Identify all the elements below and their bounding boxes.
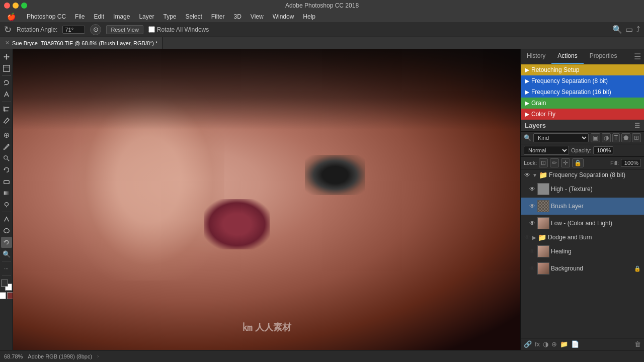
filter-type-icon[interactable]: T: [612, 133, 620, 142]
layer-group-freq-sep[interactable]: 👁 ▼ 📁 Frequency Separation (8 bit): [521, 169, 644, 180]
pen-tool[interactable]: [1, 89, 12, 100]
filter-shape-icon[interactable]: ⬟: [621, 133, 630, 142]
rotation-dial[interactable]: ⊙: [90, 24, 101, 35]
artboard-tool[interactable]: [1, 63, 12, 74]
layer-group-dodge-burn[interactable]: 👁 ▶ 📁 Dodge and Burn: [521, 232, 644, 243]
group-visibility-eye[interactable]: 👁: [524, 171, 531, 178]
menu-layer[interactable]: Layer: [135, 12, 158, 21]
group-dodge-eye[interactable]: 👁: [524, 234, 531, 241]
action-colorfly[interactable]: ▶ Color Fly: [521, 109, 644, 120]
action-retouching-setup[interactable]: ▶ Retouching Setup: [521, 64, 644, 75]
menu-file[interactable]: File: [71, 12, 89, 21]
rotation-angle-label: Rotation Angle:: [17, 26, 57, 33]
menu-window[interactable]: Window: [269, 12, 298, 21]
crop-tool[interactable]: [1, 104, 12, 115]
tab-history[interactable]: History: [521, 49, 551, 64]
eyedropper-tool[interactable]: [1, 115, 12, 126]
layers-options-icon[interactable]: ☰: [634, 122, 640, 129]
action-grain[interactable]: ▶ Grain: [521, 98, 644, 109]
new-layer-icon[interactable]: 📄: [571, 340, 579, 348]
path-selection-tool[interactable]: [1, 214, 12, 225]
menu-type[interactable]: Type: [159, 12, 180, 21]
close-button[interactable]: [4, 3, 10, 9]
folder-dodge-icon: 📁: [538, 233, 546, 241]
rotate-all-checkbox[interactable]: [148, 26, 155, 33]
color-swatches[interactable]: [1, 280, 12, 291]
link-layers-icon[interactable]: 🔗: [524, 340, 532, 348]
layer-low-color[interactable]: 👁 Low - (Color and Light): [521, 215, 644, 232]
panel-menu-icon[interactable]: ☰: [634, 52, 641, 61]
reset-view-button[interactable]: Reset View: [106, 25, 143, 34]
menu-image[interactable]: Image: [109, 12, 134, 21]
tab-actions[interactable]: Actions: [551, 49, 583, 64]
rotate-all-label[interactable]: Rotate All Windows: [148, 26, 209, 33]
lasso-tool[interactable]: [1, 77, 12, 88]
layer-brush-eye[interactable]: 👁: [529, 203, 536, 210]
status-arrow[interactable]: ›: [97, 353, 99, 359]
add-style-icon[interactable]: fx: [535, 340, 540, 348]
rotation-angle-input[interactable]: [62, 26, 85, 34]
menu-photoshop[interactable]: Photoshop CC: [23, 12, 70, 21]
action-freq-8bit[interactable]: ▶ Frequency Separation (8 bit): [521, 75, 644, 86]
layer-high-name: High - (Texture): [551, 186, 641, 193]
action-freq-16bit[interactable]: ▶ Frequency Separation (16 bit): [521, 86, 644, 98]
zoom-tool[interactable]: 🔍: [1, 248, 12, 259]
traffic-lights[interactable]: [4, 3, 27, 9]
menu-help[interactable]: Help: [299, 12, 319, 21]
lock-pixels-icon[interactable]: ⊡: [539, 158, 548, 167]
blend-mode-select[interactable]: Normal Dissolve Multiply Screen Overlay: [524, 146, 569, 155]
layer-healing[interactable]: 👁 Healing: [521, 243, 644, 260]
filter-adjust-icon[interactable]: ◑: [602, 133, 611, 142]
delete-layer-icon[interactable]: 🗑: [634, 340, 641, 348]
menu-3d[interactable]: 3D: [230, 12, 246, 21]
tab-close-button[interactable]: ✕: [5, 40, 10, 46]
group-dodge-chevron[interactable]: ▶: [532, 235, 536, 240]
layer-brush[interactable]: 👁 Brush Layer: [521, 198, 644, 215]
brush-tool[interactable]: [1, 141, 12, 152]
opacity-input[interactable]: [593, 146, 613, 154]
new-adjustment-icon[interactable]: ⊕: [551, 340, 557, 348]
layer-low-eye[interactable]: 👁: [529, 220, 536, 227]
fill-input[interactable]: [621, 159, 641, 167]
share-icon[interactable]: ⤴: [636, 25, 640, 34]
maximize-button[interactable]: [21, 3, 27, 9]
filter-pixel-icon[interactable]: ▣: [591, 133, 600, 142]
filter-smart-icon[interactable]: ⊞: [632, 133, 641, 142]
screen-mode-icon[interactable]: ▭: [625, 25, 633, 34]
layers-filter-bar: 🔍 Kind Name Effect Mode Attribute Color …: [521, 132, 644, 144]
group-chevron[interactable]: ▼: [532, 172, 537, 178]
document-tab[interactable]: ✕ Sue Bryce_T8A9760.TIF @ 68.8% (Brush L…: [0, 37, 163, 49]
spot-healing-tool[interactable]: [1, 130, 12, 141]
dodge-tool[interactable]: [1, 199, 12, 210]
quick-mask-mode[interactable]: [7, 292, 14, 299]
eraser-tool[interactable]: [1, 176, 12, 187]
lock-paint-icon[interactable]: ✏: [550, 158, 559, 167]
gradient-tool[interactable]: [1, 188, 12, 199]
lock-all-icon[interactable]: 🔒: [572, 158, 584, 167]
rotate-view-tool[interactable]: [1, 237, 12, 248]
move-tool[interactable]: [1, 51, 12, 62]
history-brush-tool[interactable]: [1, 164, 12, 175]
layer-background[interactable]: 👁 Background 🔒: [521, 260, 644, 277]
tab-properties[interactable]: Properties: [584, 49, 623, 64]
layer-high-texture[interactable]: 👁 High - (Texture): [521, 180, 644, 198]
layers-kind-select[interactable]: Kind Name Effect Mode Attribute Color Sm…: [533, 133, 589, 142]
menu-select[interactable]: Select: [181, 12, 206, 21]
menu-filter[interactable]: Filter: [207, 12, 229, 21]
layer-bg-eye[interactable]: 👁: [529, 265, 536, 272]
standard-mode[interactable]: [0, 292, 6, 299]
layer-high-eye[interactable]: 👁: [529, 186, 536, 193]
minimize-button[interactable]: [13, 3, 19, 9]
add-mask-icon[interactable]: ◑: [543, 340, 548, 348]
lock-move-icon[interactable]: ✛: [561, 158, 570, 167]
menu-view[interactable]: View: [247, 12, 268, 21]
apple-menu[interactable]: 🍎: [3, 12, 20, 22]
search-icon[interactable]: 🔍: [612, 25, 622, 34]
new-group-icon[interactable]: 📁: [560, 340, 568, 348]
foreground-color-swatch[interactable]: [1, 280, 8, 287]
ellipse-tool[interactable]: [1, 225, 12, 236]
clone-stamp-tool[interactable]: [1, 153, 12, 164]
extra-tools[interactable]: ···: [1, 263, 12, 274]
layer-healing-eye[interactable]: 👁: [529, 248, 536, 255]
menu-edit[interactable]: Edit: [90, 12, 108, 21]
